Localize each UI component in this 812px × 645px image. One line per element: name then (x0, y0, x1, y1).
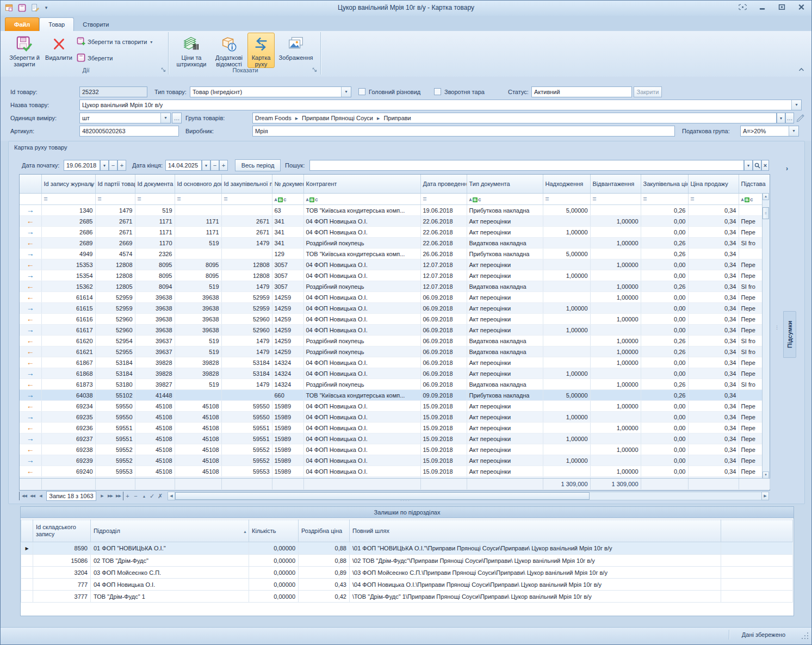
column-header-dir[interactable] (20, 175, 41, 194)
date-to-field[interactable]: 14.04.2025 (165, 160, 202, 171)
column-header-contragent[interactable]: Контрагент (303, 175, 420, 194)
stock-column-header-ind[interactable] (21, 520, 33, 542)
movement-table-row[interactable]: ←69240595534510845108595531598904 ФОП Но… (20, 466, 770, 477)
movement-table-row[interactable]: ←69236595514510845108595511598904 ФОП Но… (20, 423, 770, 433)
movement-table-row[interactable]: →69239595524510845108595521598904 ФОП Но… (20, 455, 770, 466)
breadcrumb-item[interactable]: Dream Foods (255, 115, 292, 121)
main-variant-checkbox[interactable] (358, 88, 365, 95)
tab-file[interactable]: Файл (5, 17, 39, 31)
movement-table-row[interactable]: ←69234595504510845108595501598904 ФОП Но… (20, 401, 770, 412)
producer-field[interactable]: Мрія (252, 126, 675, 137)
movement-table-row[interactable]: ←616205295439637519147914259Роздрібний п… (20, 336, 770, 346)
unit-combo[interactable]: шт▾ (79, 113, 171, 123)
nav-prev-button[interactable]: ◀ (36, 492, 45, 500)
group-breadcrumb[interactable]: Dream Foods▶Приправи Прянощі Соуси▶Припр… (252, 113, 777, 123)
chevron-down-icon[interactable]: ▾ (791, 100, 801, 110)
horizontal-scrollbar[interactable]: ◀ ▶ (168, 492, 769, 500)
column-header-id_main_doc[interactable]: Id основного документа (175, 175, 221, 194)
date-from-minus-button[interactable]: − (109, 160, 117, 171)
stock-table-row[interactable]: 77704 ФОП Новицька О.І.0,000000,43\04 ФО… (21, 579, 793, 591)
tab-create[interactable]: Створити (74, 18, 117, 31)
product-name-field[interactable]: Цукор ванільний Мрія 10г в/у▾ (79, 100, 802, 110)
movement-table-row[interactable]: ←69238595524510845108595521598904 ФОП Но… (20, 444, 770, 455)
tab-product[interactable]: Товар (39, 17, 74, 31)
collapse-side-panel-icon[interactable]: › (783, 164, 791, 173)
search-input[interactable] (309, 160, 744, 171)
article-field[interactable]: 4820005020263 (79, 126, 179, 137)
totals-side-tab[interactable]: Підсумки (783, 311, 796, 358)
nav-prev-page-button[interactable]: ◀◀ (28, 492, 36, 500)
filter-cell-id_purchase_batch[interactable]: = (221, 194, 272, 205)
filter-cell-purchase_price[interactable]: = (641, 194, 688, 205)
chevron-down-icon[interactable]: ▾ (160, 113, 170, 123)
filter-cell-id_main_doc[interactable]: = (175, 194, 221, 205)
stock-column-header-retail_price[interactable]: Роздрібна ціна (299, 520, 350, 542)
filter-cell-dir[interactable] (20, 194, 41, 205)
movement-table-row[interactable]: ←61614529593963839638529591425904 ФОП Но… (20, 292, 770, 303)
movement-table-row[interactable]: →69237595514510845108595511598904 ФОП Но… (20, 433, 770, 444)
stock-column-header-full_path[interactable]: Повний шлях (350, 520, 721, 542)
movement-table-row[interactable]: →61868531843982839828531841432404 ФОП Но… (20, 368, 770, 379)
product-id-field[interactable]: 25232 (79, 86, 147, 97)
movement-table-row[interactable]: →69235595504510845108595501598904 ФОП Но… (20, 412, 770, 423)
filter-cell-id_batch[interactable]: = (95, 194, 135, 205)
movement-table-row[interactable]: →15354128088095809512808305704 ФОП Новиц… (20, 270, 770, 281)
status-field[interactable]: Активний (531, 86, 632, 97)
actions-dialog-launcher-icon[interactable] (160, 67, 167, 73)
filter-cell-date[interactable]: = (420, 194, 467, 205)
movement-table-row[interactable]: ←61616529603963839638529601425904 ФОП Но… (20, 314, 770, 325)
column-header-id_journal[interactable]: Id запису журналу опе...▲ (41, 175, 95, 194)
movement-table-row[interactable]: →61617529603963839638529601425904 ФОП Но… (20, 325, 770, 336)
nav-append-button[interactable]: + (123, 492, 132, 500)
save-and-close-button[interactable]: Зберегти й закрити (8, 33, 41, 67)
chevron-down-icon[interactable]: ▾ (789, 126, 798, 136)
column-header-id_purchase_batch[interactable]: Id закупівельної партії (221, 175, 272, 194)
column-header-id_batch[interactable]: Id партії товару (95, 175, 135, 194)
scrollbar-thumb[interactable]: ≡ (763, 207, 769, 219)
group-ellipsis-button[interactable]: … (785, 113, 794, 123)
movement-table-row[interactable]: ←618735318039827519147914324Роздрібний п… (20, 379, 770, 390)
stock-table-row[interactable]: 1508602 ТОВ "Дрім-Фудс"0,000000,88\02 ТО… (21, 555, 793, 567)
movement-table-row[interactable]: ←2685267111711171267134104 ФОП Новицька … (20, 216, 770, 227)
scroll-left-icon[interactable]: ◀ (168, 492, 175, 500)
stock-table-row[interactable]: 320403 ФОП Мойсеєнко С.П.0,000000,89\03 … (21, 567, 793, 579)
filter-cell-doc_no[interactable]: ABC (272, 194, 303, 205)
column-header-date[interactable]: Дата проведення (420, 175, 467, 194)
nav-post-button[interactable]: ✓ (148, 492, 156, 500)
save-button[interactable]: Зберегти (75, 53, 115, 64)
nav-next-button[interactable]: ▶ (98, 492, 106, 500)
minimize-button[interactable] (756, 3, 768, 11)
product-type-combo[interactable]: Товар (Інгредієнт)▾ (190, 86, 351, 97)
tax-group-combo[interactable]: A=>20%▾ (740, 126, 799, 137)
vertical-scrollbar[interactable]: ▲ ≡ ▼ (762, 193, 770, 479)
column-header-sale_price[interactable]: Ціна продажу (688, 175, 739, 194)
movement-table-row[interactable]: ←2689266911705191479341Роздрібний покупе… (20, 238, 770, 249)
date-to-minus-button[interactable]: − (210, 160, 219, 171)
nav-last-button[interactable]: ▶▶ (114, 492, 123, 500)
filter-cell-doc_type[interactable]: ABC (467, 194, 543, 205)
whole-period-button[interactable]: Весь період (235, 159, 281, 171)
search-dropdown-icon[interactable]: ▾ (744, 160, 753, 171)
stock-table-row[interactable]: ▶859001 ФОП "НОВИЦЬКА О.І."0,000000,88\0… (21, 542, 793, 555)
save-create-dropdown-icon[interactable]: ▾ (150, 40, 152, 45)
breadcrumb-item[interactable]: Приправи (383, 115, 411, 121)
group-dropdown-icon[interactable]: ▾ (777, 113, 785, 123)
stock-table-row[interactable]: 3777ТОВ "Дрім-Фудс" 10,000000,42\ТОВ "Др… (21, 591, 793, 603)
date-from-field[interactable]: 19.06.2018 (64, 160, 100, 171)
unit-ellipsis-button[interactable]: … (172, 113, 182, 123)
images-button[interactable]: Зображення (276, 33, 316, 61)
filter-cell-sale_price[interactable]: = (688, 194, 739, 205)
close-icon[interactable] (795, 3, 807, 11)
scrollbar-thumb[interactable] (175, 492, 590, 500)
column-header-id_doc[interactable]: Id документа (135, 175, 175, 194)
scrollbar-track[interactable] (175, 492, 761, 500)
search-icon[interactable] (753, 160, 761, 171)
scroll-up-icon[interactable]: ▲ (763, 193, 769, 200)
nav-next-page-button[interactable]: ▶▶ (106, 492, 114, 500)
extra-info-button[interactable]: Додаткові відомості (212, 33, 246, 67)
collapse-ribbon-icon[interactable] (797, 66, 805, 73)
show-dialog-launcher-icon[interactable] (312, 67, 318, 73)
movement-table-row[interactable]: ←15353128088095809512808305704 ФОП Новиц… (20, 259, 770, 270)
nav-edit-button[interactable]: ▲ (140, 492, 148, 500)
stock-column-header-id_stock[interactable]: Id складського запису (33, 520, 91, 542)
